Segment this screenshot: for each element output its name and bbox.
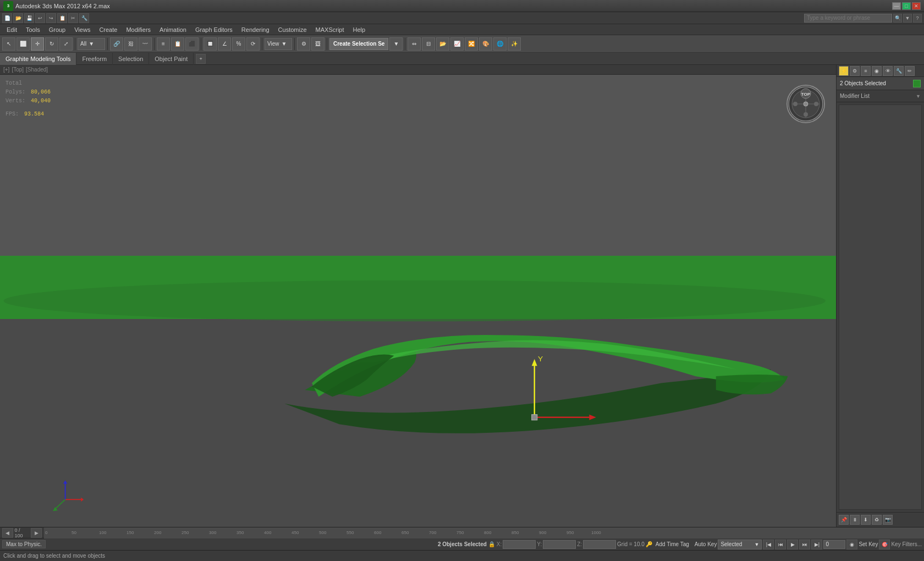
current-frame-input[interactable] bbox=[823, 540, 845, 549]
menu-group[interactable]: Group bbox=[45, 24, 70, 35]
next-frame-btn[interactable]: ▶ bbox=[31, 528, 42, 538]
menu-create[interactable]: Create bbox=[95, 24, 122, 35]
next-key-btn[interactable]: ⏭ bbox=[799, 540, 810, 549]
panel-icon-motion[interactable]: ◉ bbox=[872, 66, 882, 76]
pause-btn[interactable]: ⏸ bbox=[850, 515, 860, 525]
undo-button[interactable]: ↩ bbox=[35, 13, 45, 23]
y-coord-input[interactable] bbox=[543, 540, 576, 549]
menu-views[interactable]: Views bbox=[70, 24, 95, 35]
tab-selection[interactable]: Selection bbox=[113, 53, 149, 65]
svg-point-22 bbox=[804, 112, 808, 117]
menu-maxscript[interactable]: MAXScript bbox=[311, 24, 349, 35]
panel-icon-display[interactable]: 👁 bbox=[883, 66, 893, 76]
first-frame-btn[interactable]: |◀ bbox=[763, 540, 774, 549]
camera-btn[interactable]: 📷 bbox=[883, 515, 893, 525]
autokey-dropdown[interactable]: Selected ▼ bbox=[718, 540, 762, 549]
panel-icon-extra[interactable]: ✏ bbox=[905, 66, 915, 76]
render-env-btn[interactable]: 🌐 bbox=[493, 37, 507, 51]
link-btn[interactable]: 🔗 bbox=[110, 37, 123, 51]
angle-snap-btn[interactable]: ∠ bbox=[218, 37, 231, 51]
set-key-btn[interactable]: ◉ bbox=[846, 540, 857, 549]
rotate-btn[interactable]: ↻ bbox=[45, 37, 58, 51]
mirror-btn[interactable]: ⇔ bbox=[408, 37, 421, 51]
toolbar-btn-7[interactable]: 🔧 bbox=[79, 13, 89, 23]
open-file-button[interactable]: 📂 bbox=[13, 13, 23, 23]
viewport-header[interactable]: [+] [Top] [Shaded] bbox=[0, 65, 836, 75]
select-all-dropdown[interactable]: All ▼ bbox=[78, 38, 105, 50]
search-extra-btn[interactable]: ▼ bbox=[903, 14, 912, 23]
toolbar-btn-5[interactable]: 📋 bbox=[57, 13, 67, 23]
toolbar-btn-6[interactable]: ✂ bbox=[68, 13, 78, 23]
sub-toolbar: Graphite Modeling Tools Freeform Selecti… bbox=[0, 53, 924, 65]
move-btn[interactable]: ✛ bbox=[31, 37, 44, 51]
fps-label: FPS: bbox=[6, 111, 19, 117]
key-filters-btn[interactable]: 🎯 bbox=[879, 540, 890, 549]
panel-icon-utilities[interactable]: 🔧 bbox=[894, 66, 904, 76]
maximize-button[interactable]: □ bbox=[902, 2, 911, 10]
lock-icon[interactable]: 🔒 bbox=[488, 541, 496, 548]
render-setup-btn[interactable]: ⚙ bbox=[297, 37, 310, 51]
menu-modifiers[interactable]: Modifiers bbox=[122, 24, 155, 35]
3d-viewport[interactable]: Y bbox=[0, 75, 836, 527]
spinner-snap-btn[interactable]: ⟳ bbox=[246, 37, 260, 51]
svg-point-21 bbox=[793, 102, 798, 106]
tab-freeform[interactable]: Freeform bbox=[76, 53, 113, 65]
timeline-ruler[interactable]: 0 50 100 150 200 250 300 350 400 450 500… bbox=[44, 527, 924, 538]
render-effects-btn[interactable]: ✨ bbox=[508, 37, 521, 51]
svg-text:400: 400 bbox=[264, 530, 272, 535]
redo-button[interactable]: ↪ bbox=[46, 13, 56, 23]
material-editor-btn[interactable]: 🎨 bbox=[479, 37, 492, 51]
bind-space-warp-btn[interactable]: 〰 bbox=[139, 37, 152, 51]
verts-value: 40,040 bbox=[31, 98, 51, 104]
select-object-btn[interactable]: ↖ bbox=[2, 37, 15, 51]
new-file-button[interactable]: 📄 bbox=[2, 13, 12, 23]
select-name-btn[interactable]: 📋 bbox=[171, 37, 184, 51]
panel-icon-modify[interactable]: ⚙ bbox=[850, 66, 860, 76]
panel-icon-hierarchy[interactable]: ≡ bbox=[861, 66, 871, 76]
named-sel-btn[interactable]: ▼ bbox=[389, 37, 403, 51]
search-input[interactable] bbox=[804, 14, 892, 23]
close-button[interactable]: ✕ bbox=[912, 2, 921, 10]
menu-customize[interactable]: Customize bbox=[274, 24, 311, 35]
track-view-btn[interactable]: 📈 bbox=[450, 37, 464, 51]
render-frame-btn[interactable]: 🖼 bbox=[311, 37, 324, 51]
menu-graph-editors[interactable]: Graph Editors bbox=[191, 24, 237, 35]
create-selection-button[interactable]: Create Selection Se bbox=[329, 38, 388, 50]
last-frame-btn[interactable]: ▶| bbox=[811, 540, 822, 549]
snap-toggle-btn[interactable]: 🔲 bbox=[204, 37, 217, 51]
save-file-button[interactable]: 💾 bbox=[24, 13, 34, 23]
menu-tools[interactable]: Tools bbox=[21, 24, 45, 35]
search-button[interactable]: 🔍 bbox=[893, 14, 902, 23]
select-region-btn[interactable]: ⬜ bbox=[16, 37, 30, 51]
prev-key-btn[interactable]: ⏮ bbox=[775, 540, 786, 549]
window-crossing-btn[interactable]: ⬛ bbox=[185, 37, 199, 51]
minimize-button[interactable]: — bbox=[892, 2, 901, 10]
unlink-btn[interactable]: ⛓ bbox=[124, 37, 138, 51]
max-physc-button[interactable]: Max to Physic. bbox=[2, 540, 46, 548]
tab-graphite[interactable]: Graphite Modeling Tools bbox=[0, 53, 76, 65]
schematic-view-btn[interactable]: 🔀 bbox=[465, 37, 478, 51]
panel-icon-create[interactable]: ⚡ bbox=[839, 66, 849, 76]
prev-frame-btn[interactable]: ◀ bbox=[2, 528, 13, 538]
filter-dropdown-btn[interactable]: ≡ bbox=[157, 37, 170, 51]
tab-object-paint[interactable]: Object Paint bbox=[149, 53, 194, 65]
play-btn[interactable]: ▶ bbox=[787, 540, 798, 549]
z-coord-input[interactable] bbox=[583, 540, 616, 549]
gizmo-compass[interactable]: TOP bbox=[787, 85, 825, 123]
menu-help[interactable]: Help bbox=[349, 24, 370, 35]
help-button[interactable]: ? bbox=[913, 14, 922, 23]
menu-animation[interactable]: Animation bbox=[155, 24, 191, 35]
pin-stack-btn[interactable]: 📌 bbox=[839, 515, 849, 525]
layer-mgr-btn[interactable]: 📂 bbox=[436, 37, 449, 51]
recycle-btn[interactable]: ♻ bbox=[872, 515, 882, 525]
align-btn[interactable]: ⊟ bbox=[422, 37, 435, 51]
down-arrow-btn[interactable]: ⬇ bbox=[861, 515, 871, 525]
scale-btn[interactable]: ⤢ bbox=[59, 37, 73, 51]
menu-rendering[interactable]: Rendering bbox=[237, 24, 274, 35]
percent-snap-btn[interactable]: % bbox=[232, 37, 245, 51]
x-coord-input[interactable] bbox=[503, 540, 536, 549]
sub-tab-extra-btn[interactable]: + bbox=[196, 54, 206, 64]
view-dropdown[interactable]: View ▼ bbox=[265, 38, 292, 50]
modifier-list-bar[interactable]: Modifier List ▼ bbox=[837, 90, 924, 102]
menu-edit[interactable]: Edit bbox=[2, 24, 21, 35]
